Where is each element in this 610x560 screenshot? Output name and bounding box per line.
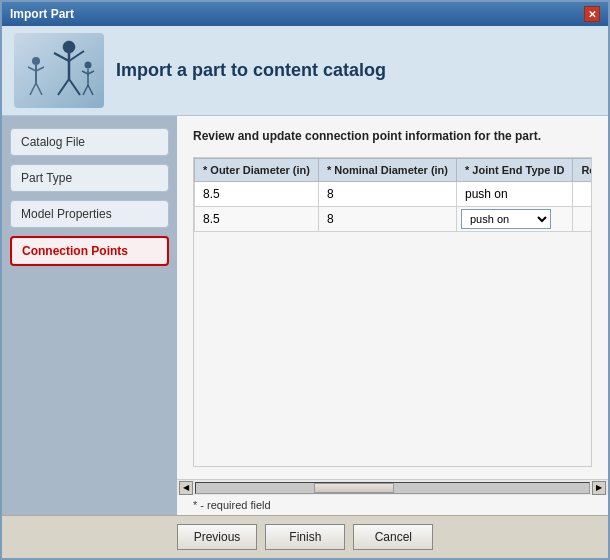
- joint-end-type-dropdown[interactable]: push on mechanical flanged bell & spigot: [461, 209, 551, 229]
- svg-point-1: [63, 41, 75, 53]
- sidebar-item-model-properties[interactable]: Model Properties: [10, 200, 169, 228]
- header-area: Import a part to content catalog: [2, 26, 608, 116]
- table-header-row: * Outer Diameter (in) * Nominal Diameter…: [195, 158, 593, 181]
- cell-nominal-diameter-1: 8: [318, 181, 456, 206]
- cell-outer-diameter-2: 8.5: [195, 206, 319, 231]
- sidebar-item-connection-points[interactable]: Connection Points: [10, 236, 169, 266]
- instructions-text: Review and update connection point infor…: [193, 128, 592, 145]
- header-icon: [14, 33, 104, 108]
- main-panel: Review and update connection point infor…: [177, 116, 608, 515]
- col-outer-diameter: * Outer Diameter (in): [195, 158, 319, 181]
- scroll-left-arrow[interactable]: ◀: [179, 481, 193, 495]
- footer: Previous Finish Cancel: [2, 515, 608, 558]
- col-rotation: Rotation (*: [573, 158, 592, 181]
- sidebar: Catalog File Part Type Model Properties …: [2, 116, 177, 515]
- cell-rotation-2: [573, 206, 592, 231]
- table-row: 8.5 8 push on: [195, 181, 593, 206]
- table-row: 8.5 8 push on mechanical flanged bell & …: [195, 206, 593, 231]
- col-joint-end-type: * Joint End Type ID: [457, 158, 573, 181]
- svg-point-13: [85, 62, 92, 69]
- cell-outer-diameter-1: 8.5: [195, 181, 319, 206]
- previous-button[interactable]: Previous: [177, 524, 258, 550]
- main-content: Review and update connection point infor…: [177, 116, 608, 479]
- cancel-button[interactable]: Cancel: [353, 524, 433, 550]
- required-note: * - required field: [177, 495, 608, 515]
- close-button[interactable]: ✕: [584, 6, 600, 22]
- svg-point-7: [32, 57, 40, 65]
- connection-points-table-container: * Outer Diameter (in) * Nominal Diameter…: [193, 157, 592, 467]
- scroll-right-arrow[interactable]: ▶: [592, 481, 606, 495]
- col-nominal-diameter: * Nominal Diameter (in): [318, 158, 456, 181]
- connection-points-table: * Outer Diameter (in) * Nominal Diameter…: [194, 158, 592, 232]
- horizontal-scrollbar[interactable]: ◀ ▶: [177, 479, 608, 495]
- svg-rect-0: [14, 33, 104, 108]
- content-area: Catalog File Part Type Model Properties …: [2, 116, 608, 515]
- window-title: Import Part: [10, 7, 74, 21]
- import-part-window: Import Part ✕: [0, 0, 610, 560]
- titlebar: Import Part ✕: [2, 2, 608, 26]
- scroll-track[interactable]: [195, 482, 590, 494]
- sidebar-item-part-type[interactable]: Part Type: [10, 164, 169, 192]
- scroll-thumb[interactable]: [314, 483, 394, 493]
- finish-button[interactable]: Finish: [265, 524, 345, 550]
- sidebar-item-catalog-file[interactable]: Catalog File: [10, 128, 169, 156]
- cell-joint-end-type-1: push on: [457, 181, 573, 206]
- cell-rotation-1: [573, 181, 592, 206]
- cell-nominal-diameter-2: 8: [318, 206, 456, 231]
- header-title: Import a part to content catalog: [116, 60, 386, 81]
- cell-joint-end-type-2: push on mechanical flanged bell & spigot: [457, 206, 573, 231]
